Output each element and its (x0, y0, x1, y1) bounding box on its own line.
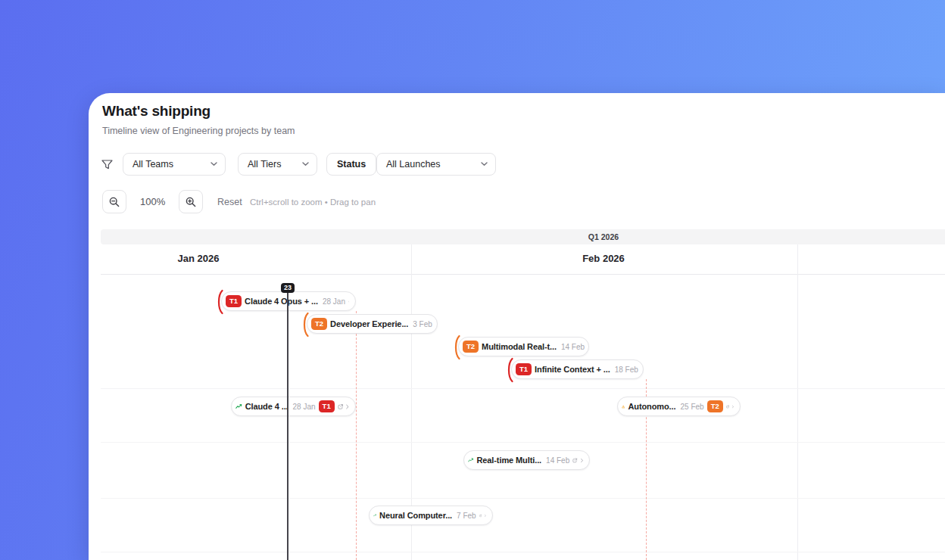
launch-date: 14 Feb (544, 456, 569, 465)
month-gridline-mar (797, 244, 798, 560)
trending-up-icon (468, 456, 473, 464)
milestone-name: Infinite Context + ... (535, 365, 610, 374)
trending-up-icon (235, 403, 242, 410)
deadline-dashed-line (356, 311, 357, 560)
launch-name: Claude 4 ... (245, 402, 288, 411)
zoom-level: 100% (140, 196, 165, 207)
milestone-name: Multimodal Real-t... (482, 342, 557, 351)
zoom-in-icon (186, 197, 196, 207)
external-link-icon (479, 512, 482, 520)
chevron-down-icon (302, 162, 309, 166)
quarter-label: Q1 2026 (588, 229, 619, 244)
milestone-start-bracket (215, 289, 223, 315)
milestone-date: 18 Feb (613, 366, 638, 374)
milestone-card[interactable]: T1 Claude 4 Opus + ... 28 Jan (221, 291, 356, 311)
row-separator (101, 498, 945, 499)
chevron-right-icon (732, 403, 734, 410)
month-label-feb: Feb 2026 (582, 253, 625, 264)
launch-card[interactable]: Autonomo... 25 Feb T2 (617, 397, 741, 416)
today-line (287, 288, 288, 560)
launch-card[interactable]: Real-time Multi... 14 Feb (463, 450, 590, 470)
zoom-hint-text: Ctrl+scroll to zoom • Drag to pan (250, 198, 376, 207)
tier-badge: T2 (707, 400, 723, 412)
launches-filter-select[interactable]: All Launches (376, 153, 496, 176)
reset-zoom-button[interactable]: Reset (217, 197, 242, 207)
external-link-icon (726, 403, 729, 411)
launch-name: Neural Computer... (379, 511, 452, 520)
trending-up-icon (373, 512, 376, 519)
zoom-out-button[interactable] (102, 190, 126, 213)
external-link-icon (572, 456, 577, 465)
page-subtitle: Timeline view of Engineering projects by… (102, 126, 295, 136)
warning-icon (622, 403, 625, 411)
milestone-date: 14 Feb (560, 343, 585, 351)
launch-name: Autonomo... (628, 402, 675, 411)
milestone-date: 3 Feb (411, 320, 432, 328)
teams-filter-select[interactable]: All Teams (123, 153, 226, 176)
tier-badge: T1 (319, 400, 335, 412)
teams-filter-value: All Teams (133, 159, 173, 170)
tier-badge: T2 (463, 341, 479, 353)
milestone-date: 28 Jan (321, 297, 345, 306)
chevron-down-icon (211, 162, 217, 166)
launch-date: 25 Feb (678, 403, 703, 411)
tiers-filter-value: All Tiers (248, 159, 281, 170)
chevron-down-icon (481, 162, 488, 166)
tier-badge: T1 (516, 363, 532, 375)
chevron-right-icon (346, 403, 349, 410)
milestone-card[interactable]: T2 Developer Experie... 3 Feb (307, 314, 438, 334)
launch-card[interactable]: Neural Computer... 7 Feb (369, 506, 493, 525)
milestone-card[interactable]: T2 Multimodal Real-t... 14 Feb (458, 337, 589, 356)
chevron-right-icon (581, 457, 583, 464)
milestone-card[interactable]: T1 Infinite Context + ... 18 Feb (511, 359, 644, 379)
launch-date: 28 Jan (292, 403, 316, 411)
milestone-name: Developer Experie... (330, 319, 408, 328)
month-header-divider (101, 274, 945, 275)
tier-badge: T2 (311, 318, 327, 330)
zoom-out-icon (109, 197, 120, 207)
tier-badge: T1 (226, 295, 242, 307)
chevron-right-icon (485, 512, 486, 519)
external-link-icon (338, 403, 343, 411)
launch-card[interactable]: Claude 4 ... 28 Jan T1 (231, 397, 356, 416)
zoom-in-button[interactable] (179, 190, 203, 213)
milestone-start-bracket (505, 357, 513, 383)
today-date-badge: 23 (281, 283, 295, 293)
page-title: What's shipping (102, 103, 211, 120)
chevron-right-icon (348, 298, 349, 305)
tiers-filter-select[interactable]: All Tiers (238, 153, 317, 176)
milestone-start-bracket (301, 312, 309, 338)
milestone-start-bracket (452, 334, 460, 360)
month-label-jan: Jan 2026 (178, 253, 220, 264)
row-separator (101, 442, 945, 443)
status-filter-button[interactable]: Status (326, 153, 376, 176)
launches-filter-value: All Launches (386, 159, 441, 170)
quarter-header-bar: Q1 2026 (101, 229, 945, 244)
row-separator (101, 552, 945, 552)
status-filter-label: Status (337, 159, 366, 170)
launch-name: Real-time Multi... (476, 456, 541, 465)
milestone-name: Claude 4 Opus + ... (245, 297, 318, 306)
launch-date: 7 Feb (455, 512, 476, 520)
filter-icon (101, 160, 113, 170)
row-separator (101, 388, 945, 389)
